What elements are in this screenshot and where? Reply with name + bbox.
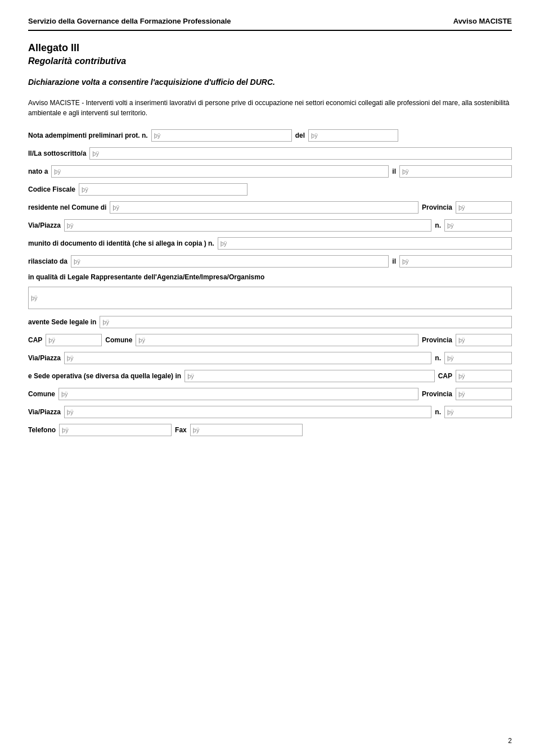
- nato-il-input[interactable]: [399, 165, 512, 178]
- via3-row: Via/Piazza n.: [28, 406, 512, 418]
- nato-row: nato a il: [28, 165, 512, 178]
- telefono-label: Telefono: [28, 426, 56, 434]
- n-input[interactable]: [444, 219, 512, 232]
- description: Avviso MACISTE - Interventi volti a inse…: [28, 98, 512, 118]
- comune3-input[interactable]: [58, 388, 418, 400]
- allegato-subtitle: Regolarità contributiva: [28, 56, 512, 66]
- n2-input[interactable]: [444, 352, 512, 364]
- via2-row: Via/Piazza n.: [28, 352, 512, 364]
- documento-input[interactable]: [218, 237, 512, 250]
- cf-row: Codice Fiscale: [28, 183, 512, 196]
- rilasciato-input[interactable]: [71, 255, 389, 268]
- sede-operativa-row: e Sede operativa (se diversa da quella l…: [28, 370, 512, 382]
- sede-legale-label: avente Sede legale in: [28, 318, 96, 326]
- fax-label: Fax: [175, 426, 187, 434]
- fax-input[interactable]: [190, 424, 303, 436]
- nato-input[interactable]: [51, 165, 389, 178]
- documento-row: munito di documento di identità (che si …: [28, 237, 512, 250]
- comune3-label: Comune: [28, 390, 55, 398]
- tel-fax-row: Telefono Fax: [28, 424, 512, 436]
- page-number: 2: [508, 737, 512, 745]
- header: Servizio della Governance della Formazio…: [28, 17, 512, 31]
- sede-legale-input[interactable]: [100, 316, 512, 328]
- n3-input[interactable]: [444, 406, 512, 418]
- cap-label: CAP: [28, 336, 42, 344]
- sottoscritto-input[interactable]: [89, 147, 512, 160]
- n2-label: n.: [435, 354, 441, 362]
- telefono-input[interactable]: [59, 424, 172, 436]
- rilasciato-row: rilasciato da il: [28, 255, 512, 268]
- nota-n-input[interactable]: [151, 129, 292, 142]
- comune-row: residente nel Comune di Provincia: [28, 201, 512, 214]
- via-row: Via/Piazza n.: [28, 219, 512, 232]
- nato-label: nato a: [28, 168, 48, 175]
- qualita-row: in qualità di Legale Rappresentante dell…: [28, 273, 512, 281]
- provincia2-label: Provincia: [422, 336, 452, 344]
- provincia3-input[interactable]: [456, 388, 512, 400]
- rilasciato-il-label: il: [392, 257, 396, 265]
- via2-label: Via/Piazza: [28, 354, 61, 362]
- del-input[interactable]: [308, 129, 398, 142]
- via3-label: Via/Piazza: [28, 408, 61, 416]
- cf-input[interactable]: [79, 183, 248, 196]
- header-right: Avviso MACISTE: [453, 17, 512, 25]
- documento-label: munito di documento di identità (che si …: [28, 239, 214, 247]
- sottoscritto-label: Il/La sottoscritto/a: [28, 150, 86, 157]
- via-label: Via/Piazza: [28, 221, 61, 229]
- provincia-input[interactable]: [456, 201, 512, 214]
- comune2-label: Comune: [105, 336, 132, 344]
- cap2-input[interactable]: [456, 370, 512, 382]
- organismo-input[interactable]: [28, 287, 512, 309]
- dichiarazione: Dichiarazione volta a consentire l'acqui…: [28, 78, 512, 87]
- sede-operativa-label: e Sede operativa (se diversa da quella l…: [28, 372, 181, 380]
- form-section: Nota adempimenti preliminari prot. n. de…: [28, 129, 512, 436]
- sede-legale-row: avente Sede legale in: [28, 316, 512, 328]
- header-left: Servizio della Governance della Formazio…: [28, 17, 231, 25]
- n-label: n.: [435, 221, 441, 229]
- sede-operativa-input[interactable]: [184, 370, 435, 382]
- del-label: del: [295, 132, 305, 139]
- comune-input[interactable]: [110, 201, 418, 214]
- cap2-label: CAP: [438, 372, 452, 380]
- rilasciato-il-input[interactable]: [399, 255, 512, 268]
- il-label: il: [392, 168, 396, 175]
- provincia2-input[interactable]: [456, 334, 512, 346]
- via-input[interactable]: [64, 219, 432, 232]
- nota-label: Nota adempimenti preliminari prot. n.: [28, 132, 148, 139]
- provincia3-label: Provincia: [422, 390, 452, 398]
- rilasciato-label: rilasciato da: [28, 257, 68, 265]
- n3-label: n.: [435, 408, 441, 416]
- via2-input[interactable]: [64, 352, 432, 364]
- cap-comune-row: CAP Comune Provincia: [28, 334, 512, 346]
- nota-row: Nota adempimenti preliminari prot. n. de…: [28, 129, 512, 142]
- sottoscritto-row: Il/La sottoscritto/a: [28, 147, 512, 160]
- cf-label: Codice Fiscale: [28, 185, 75, 193]
- via3-input[interactable]: [64, 406, 432, 418]
- qualita-label: in qualità di Legale Rappresentante dell…: [28, 273, 264, 281]
- comune3-row: Comune Provincia: [28, 388, 512, 400]
- provincia-label: Provincia: [422, 203, 452, 211]
- comune2-input[interactable]: [136, 334, 418, 346]
- allegato-title: Allegato III: [28, 42, 512, 54]
- residente-label: residente nel Comune di: [28, 203, 106, 211]
- page: Servizio della Governance della Formazio…: [0, 0, 540, 756]
- cap-input[interactable]: [46, 334, 102, 346]
